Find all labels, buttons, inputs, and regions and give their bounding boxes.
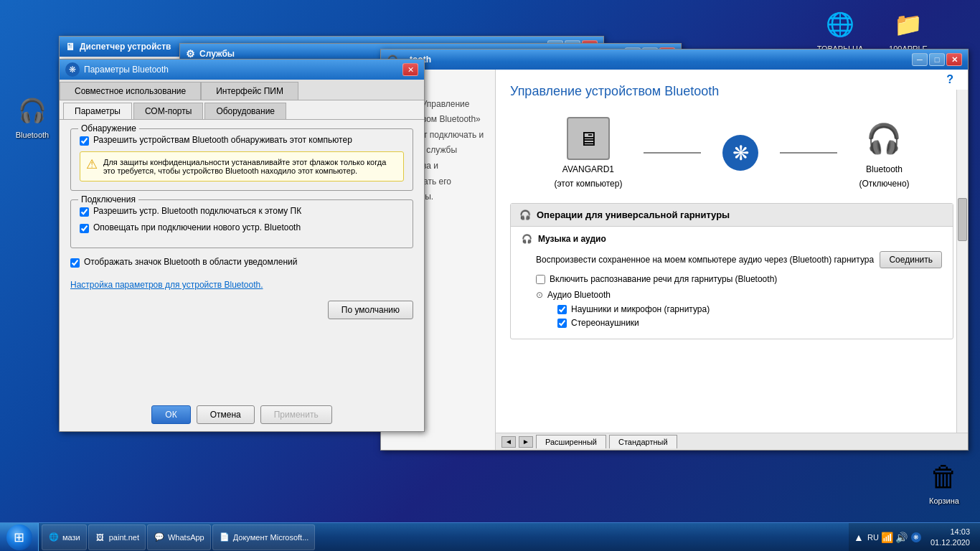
- start-orb: ⊞: [6, 524, 32, 550]
- settings-link[interactable]: Настройка параметров для устройств Bluet…: [70, 280, 263, 290]
- recycle-label: Корзина: [929, 496, 959, 505]
- speech-option: Включить распознавание речи для гарнитур…: [522, 274, 942, 284]
- tabs-row2: Параметры СОМ-порты Оборудование: [60, 100, 424, 120]
- bluetooth-icon: 🎧: [15, 93, 50, 128]
- speech-checkbox[interactable]: [536, 275, 545, 284]
- taskbar-paint[interactable]: 🖼 paint.net: [88, 524, 146, 550]
- expand-icon[interactable]: ⊙: [536, 290, 543, 300]
- connection-line-2: [780, 152, 837, 154]
- ok-button[interactable]: ОК: [151, 405, 190, 424]
- word-label: Документ Microsoft...: [233, 533, 309, 542]
- allow-connect-checkbox[interactable]: [80, 207, 89, 217]
- warning-text: Для защиты конфиденциальности устанавлив…: [103, 158, 397, 175]
- apple-icon: 📁: [891, 7, 925, 42]
- tab-com[interactable]: СОМ-порты: [133, 103, 203, 119]
- whatsapp-icon: 💬: [154, 532, 165, 543]
- connections-label: Подключения: [78, 194, 138, 204]
- headset-icon-small: 🎧: [519, 209, 531, 220]
- bt-control-minimize[interactable]: ─: [912, 53, 928, 66]
- desktop-icon-100apple[interactable]: 📁 100APPLE: [880, 7, 937, 53]
- bt-params-controls: ✕: [402, 63, 418, 76]
- tray-expand[interactable]: ▲: [853, 532, 864, 543]
- music-audio-section: 🎧 Музыка и аудио Воспроизвести сохраненн…: [511, 227, 953, 339]
- discovery-check-label: Разрешить устройствам Bluetooth обнаружи…: [93, 135, 352, 145]
- audio-bt-section: ⊙ Аудио Bluetooth Наушники и микрофон (г…: [522, 290, 942, 328]
- main-scrollbar[interactable]: [956, 90, 968, 450]
- desktop-icon-bluetooth[interactable]: 🎧 Bluetooth: [4, 93, 61, 139]
- taskbar-chrome[interactable]: 🌐 мази: [42, 524, 87, 550]
- audio-bt-header: ⊙ Аудио Bluetooth: [536, 290, 942, 300]
- allow-connect-label: Разрешить устр. Bluetooth подключаться к…: [93, 206, 301, 216]
- stereo-headphone-check[interactable]: [557, 319, 567, 328]
- operations-header: 🎧 Операции для универсальной гарнитуры: [511, 204, 953, 227]
- bt-icon-item: ❋: [722, 135, 758, 171]
- warning-icon: ⚠: [86, 158, 98, 171]
- headphone-mic-check[interactable]: [557, 305, 567, 314]
- bt-device-name: Bluetooth: [866, 164, 903, 174]
- tray-bluetooth[interactable]: ❋: [910, 532, 922, 543]
- desktop-icon-tovary[interactable]: 🌐 ТОВАРЫ НА: [811, 7, 869, 53]
- dialog-content: Обнаружение Разрешить устройствам Blueto…: [60, 120, 424, 328]
- help-button[interactable]: ?: [946, 73, 953, 86]
- scrollbar-thumb[interactable]: [958, 198, 967, 241]
- bt-control-title: ...tooth: [402, 55, 908, 65]
- scroll-left[interactable]: ◄: [501, 436, 516, 448]
- taskbar-whatsapp[interactable]: 💬 WhatsApp: [147, 524, 211, 550]
- start-button[interactable]: ⊞: [0, 523, 39, 552]
- tabs-row1: Совместное использование Интерфейс ПИМ: [60, 80, 424, 100]
- bt-control-close[interactable]: ✕: [946, 53, 962, 66]
- allow-connect-item: Разрешить устр. Bluetooth подключаться к…: [80, 206, 404, 217]
- discovery-checkbox[interactable]: [80, 136, 89, 146]
- clock-date: 01.12.2020: [930, 537, 970, 547]
- tray-network[interactable]: 📶: [882, 532, 893, 543]
- tab-hardware[interactable]: Оборудование: [204, 103, 286, 119]
- desktop-icon-label-bluetooth: Bluetooth: [16, 131, 49, 139]
- headphone-mic-option: Наушники и микрофон (гарнитура): [557, 304, 942, 314]
- stereo-headphone-option: Стереонаушники: [557, 318, 942, 328]
- notify-checkbox[interactable]: [80, 224, 89, 233]
- bt-params-dialog: ❋ Параметры Bluetooth ✕ Совместное испол…: [59, 59, 425, 432]
- bt-device-sub: (Отключено): [859, 179, 909, 189]
- tray-volume[interactable]: 🔊: [896, 532, 908, 543]
- default-button[interactable]: По умолчанию: [328, 301, 413, 319]
- discovery-label: Обнаружение: [78, 123, 139, 133]
- notify-label: Оповещать при подключении нового устр. B…: [93, 222, 301, 232]
- tab-extended[interactable]: Расширенный: [536, 435, 606, 448]
- dialog-action-buttons: ОК Отмена Применить: [60, 398, 424, 431]
- chrome-label: мази: [62, 533, 80, 542]
- tab-standard[interactable]: Стандартный: [609, 435, 677, 448]
- clock-time: 14:03: [930, 527, 970, 537]
- headset-icon: 🎧: [862, 117, 905, 160]
- tab-pim[interactable]: Интерфейс ПИМ: [201, 82, 298, 100]
- taskbar: ⊞ 🌐 мази 🖼 paint.net 💬 WhatsApp 📄 Докуме…: [0, 522, 980, 551]
- bt-params-titlebar[interactable]: ❋ Параметры Bluetooth ✕: [60, 60, 424, 80]
- connections-group: Подключения Разрешить устр. Bluetooth по…: [70, 199, 413, 248]
- connect-button[interactable]: Соединить: [880, 251, 942, 268]
- bt-control-maximize[interactable]: □: [929, 53, 945, 66]
- chrome-icon: 🌐: [48, 532, 60, 543]
- speech-label: Включить распознавание речи для гарнитур…: [550, 274, 777, 284]
- bt-params-close[interactable]: ✕: [402, 63, 418, 76]
- device-headset: 🎧 Bluetooth (Отключено): [859, 117, 909, 189]
- paint-label: paint.net: [109, 533, 139, 542]
- bt-params-title: Параметры Bluetooth: [84, 65, 398, 75]
- tray-bt-icon: ❋: [911, 532, 921, 542]
- desktop-icon-recycle[interactable]: 🗑 Корзина: [915, 459, 973, 505]
- tab-params[interactable]: Параметры: [63, 103, 132, 119]
- pc-sub: (этот компьютер): [554, 179, 622, 189]
- scroll-right[interactable]: ►: [519, 436, 533, 448]
- notify-icon-checkbox[interactable]: [70, 258, 80, 268]
- taskbar-word[interactable]: 📄 Документ Microsoft...: [212, 524, 316, 550]
- tab-shared[interactable]: Совместное использование: [60, 82, 201, 100]
- bt-control-titlebar[interactable]: 🎧 ...tooth ─ □ ✕: [381, 50, 968, 70]
- apply-button[interactable]: Применить: [260, 405, 332, 424]
- device-diagram: 🖥 AVANGARD1 (этот компьютер) ❋ 🎧 Bluetoo…: [510, 117, 953, 189]
- tray-lang[interactable]: RU: [867, 532, 879, 543]
- clock-display[interactable]: 14:03 01.12.2020: [925, 527, 976, 547]
- notify-icon-item: Отображать значок Bluetooth в области ув…: [70, 257, 413, 268]
- audio-play-option: Воспроизвести сохраненное на моем компью…: [522, 251, 942, 268]
- cancel-button[interactable]: Отмена: [197, 405, 255, 424]
- operations-section: 🎧 Операции для универсальной гарнитуры 🎧…: [510, 203, 953, 339]
- discovery-group: Обнаружение Разрешить устройствам Blueto…: [70, 128, 413, 191]
- bt-title-icon: ❋: [65, 62, 80, 77]
